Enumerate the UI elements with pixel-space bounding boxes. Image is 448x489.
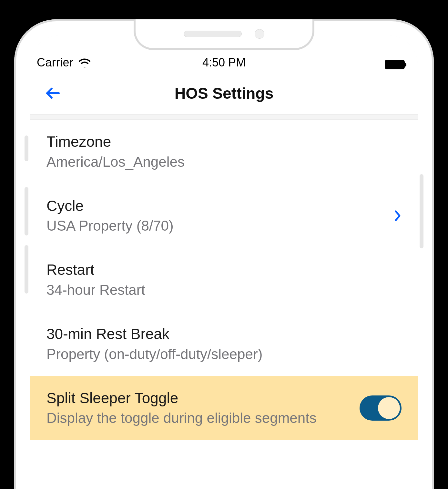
- setting-description: Display the toggle during eligible segme…: [46, 409, 350, 427]
- setting-row-split-sleeper[interactable]: Split Sleeper Toggle Display the toggle …: [30, 376, 418, 440]
- setting-row-rest-break[interactable]: 30-min Rest Break Property (on-duty/off-…: [30, 312, 418, 376]
- speaker-grille: [184, 31, 242, 37]
- battery-icon: [385, 60, 405, 69]
- setting-row-cycle[interactable]: Cycle USA Property (8/70): [30, 184, 418, 248]
- setting-label: Cycle: [46, 197, 384, 215]
- volume-down-button: [25, 245, 28, 294]
- setting-row-restart[interactable]: Restart 34-hour Restart: [30, 248, 418, 312]
- back-button[interactable]: [43, 84, 61, 102]
- clock-label: 4:50 PM: [202, 56, 246, 69]
- status-bar-left: Carrier: [37, 56, 91, 69]
- side-button: [25, 135, 28, 161]
- setting-value: America/Los_Angeles: [46, 153, 392, 171]
- front-camera: [255, 29, 264, 39]
- setting-value: Property (on-duty/off-duty/sleeper): [46, 345, 392, 363]
- split-sleeper-toggle[interactable]: [360, 395, 402, 421]
- setting-value: 34-hour Restart: [46, 281, 392, 299]
- setting-label: 30-min Rest Break: [46, 325, 392, 344]
- settings-list: Timezone America/Los_Angeles Cycle USA P…: [30, 120, 418, 489]
- wifi-icon: [78, 58, 91, 67]
- setting-label: Restart: [46, 261, 392, 279]
- setting-value: USA Property (8/70): [46, 216, 384, 235]
- page-title: HOS Settings: [30, 85, 418, 102]
- toggle-knob: [378, 397, 400, 419]
- setting-row-timezone[interactable]: Timezone America/Los_Angeles: [30, 120, 418, 184]
- status-bar-right: [385, 60, 405, 69]
- carrier-label: Carrier: [37, 56, 74, 69]
- section-gap: [30, 115, 418, 120]
- setting-label: Timezone: [46, 133, 392, 151]
- nav-header: HOS Settings: [30, 73, 418, 115]
- screen: Carrier 4:50 PM: [30, 35, 418, 489]
- phone-frame: Carrier 4:50 PM: [14, 19, 434, 489]
- volume-up-button: [25, 187, 28, 235]
- chevron-right-icon: [394, 209, 402, 222]
- power-button: [420, 174, 423, 248]
- phone-notch: [134, 19, 314, 50]
- phone-screen-bezel: Carrier 4:50 PM: [30, 35, 418, 489]
- setting-label: Split Sleeper Toggle: [46, 389, 350, 408]
